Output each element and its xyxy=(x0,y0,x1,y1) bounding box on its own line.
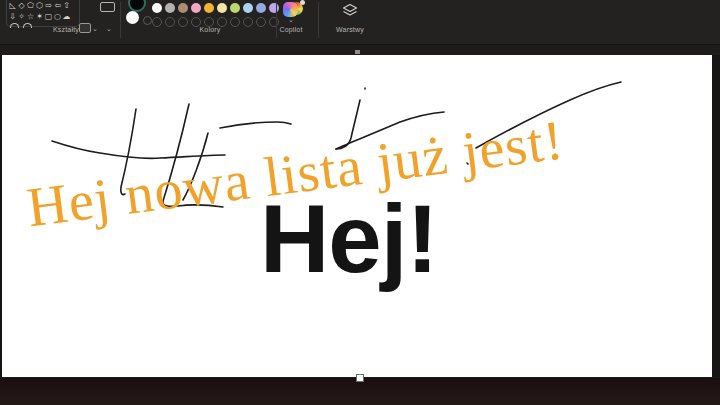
palette-swatch[interactable] xyxy=(165,3,175,13)
shape-speech-bubble-icon[interactable]: ▢ xyxy=(44,12,53,21)
shape-arrow-up-icon[interactable]: ⇧ xyxy=(62,1,71,10)
shape-arrow-right-icon[interactable]: ⇨ xyxy=(44,1,53,10)
layers-button-label[interactable]: Warstwy xyxy=(328,26,372,33)
paint-canvas[interactable]: Hej nowa lista już jest! Hej! xyxy=(2,55,712,377)
palette-swatch[interactable] xyxy=(178,3,188,13)
chevron-down-icon[interactable]: ⌄ xyxy=(92,25,98,32)
canvas-resize-handle-bottom[interactable] xyxy=(356,374,364,382)
shape-diamond-icon[interactable]: ◇ xyxy=(17,1,26,10)
group-separator xyxy=(318,2,319,38)
shape-star-six-icon[interactable]: ✶ xyxy=(35,12,44,21)
app-background xyxy=(0,55,2,377)
shape-cloud-bubble-icon[interactable]: ☁ xyxy=(62,12,71,21)
shape-partial-icon[interactable] xyxy=(23,23,32,28)
copilot-icon[interactable] xyxy=(283,2,298,17)
palette-swatch[interactable] xyxy=(217,3,227,13)
shape-arrow-left-icon[interactable]: ⇦ xyxy=(53,1,62,10)
palette-row-1 xyxy=(152,3,279,13)
shape-fill-icon[interactable] xyxy=(79,23,91,33)
copilot-button-label[interactable]: Copilot xyxy=(266,26,316,33)
canvas-resize-handle-top[interactable] xyxy=(355,50,360,54)
shapes-row-1: ◺◇⬠⬡⇨⇦⇧ xyxy=(8,1,71,10)
shapes-row-3-partial xyxy=(10,23,32,28)
group-separator xyxy=(120,2,121,38)
shape-star-four-icon[interactable]: ✧ xyxy=(17,12,26,21)
shape-outline-dropdown[interactable] xyxy=(100,2,115,12)
colors-group-label: Kolory xyxy=(150,26,270,33)
shape-oval-bubble-icon[interactable]: ○ xyxy=(53,12,62,21)
shape-pentagon-icon[interactable]: ⬠ xyxy=(26,1,35,10)
shape-star-five-icon[interactable]: ☆ xyxy=(26,12,35,21)
palette-swatch[interactable] xyxy=(243,3,253,13)
palette-swatch[interactable] xyxy=(256,3,266,13)
shape-hexagon-icon[interactable]: ⬡ xyxy=(35,1,44,10)
palette-swatch[interactable] xyxy=(191,3,201,13)
palette-swatch[interactable] xyxy=(230,3,240,13)
ribbon: ◺◇⬠⬡⇨⇦⇧ ⇩✧☆✶▢○☁ Kształty ⌄ ⌄ Kolory ⌄ Co… xyxy=(0,0,720,45)
shape-partial-icon[interactable] xyxy=(10,23,19,28)
app-background xyxy=(0,45,720,55)
palette-swatch[interactable] xyxy=(269,3,279,13)
app-background-bottom xyxy=(0,378,720,405)
chevron-down-icon: ⌄ xyxy=(288,16,294,23)
palette-swatch[interactable] xyxy=(204,3,214,13)
chevron-down-icon[interactable]: ⌄ xyxy=(106,25,112,32)
color2-swatch[interactable] xyxy=(126,11,139,24)
layers-icon[interactable] xyxy=(342,3,358,22)
palette-swatch[interactable] xyxy=(143,16,152,25)
shapes-row-2: ⇩✧☆✶▢○☁ xyxy=(8,12,71,21)
hej-text: Hej! xyxy=(260,191,437,287)
app-background xyxy=(712,55,720,377)
shape-triangle-icon[interactable]: ◺ xyxy=(8,1,17,10)
add-color-icon xyxy=(300,0,305,5)
palette-swatch[interactable] xyxy=(152,3,162,13)
shape-arrow-down-icon[interactable]: ⇩ xyxy=(8,12,17,21)
